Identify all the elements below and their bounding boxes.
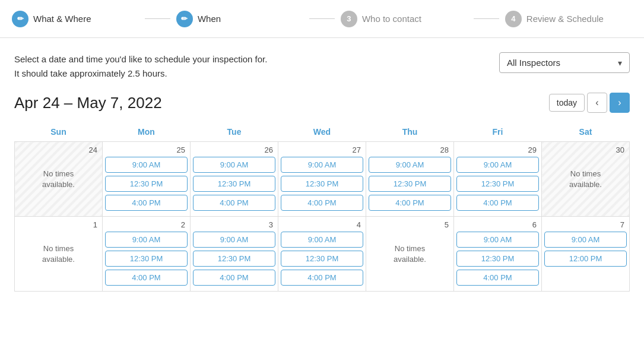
description-text: Select a date and time you'd like to sch… (14, 52, 267, 81)
time-btn-1-5-2[interactable]: 4:00 PM (456, 270, 539, 286)
calendar-cell-1-5: 69:00 AM12:30 PM4:00 PM (454, 217, 542, 292)
nav-controls: today ‹ › (549, 93, 630, 113)
chevron-down-icon: ▾ (618, 58, 622, 68)
inspector-select[interactable]: All Inspectors ▾ (499, 52, 630, 73)
step-icon-when: ✏ (176, 11, 193, 27)
time-btn-0-3-0[interactable]: 9:00 AM (281, 157, 363, 173)
time-btn-0-2-1[interactable]: 12:30 PM (193, 176, 275, 192)
step-icon-what-where: ✏ (12, 11, 28, 27)
col-sun: Sun (15, 122, 103, 142)
step-divider-3 (474, 18, 499, 19)
calendar: Sun Mon Tue Wed Thu Fri Sat 24No times a… (14, 122, 630, 292)
day-number-0-5: 29 (456, 144, 539, 157)
day-number-1-2: 3 (193, 219, 275, 232)
step-who-to-contact[interactable]: 3 Who to contact (341, 11, 468, 27)
time-btn-1-2-2[interactable]: 4:00 PM (193, 270, 275, 286)
calendar-cell-0-1: 259:00 AM12:30 PM4:00 PM (103, 142, 191, 217)
calendar-cell-1-1: 29:00 AM12:30 PM4:00 PM (103, 217, 191, 292)
time-btn-1-3-0[interactable]: 9:00 AM (281, 232, 363, 248)
day-number-0-0: 24 (17, 144, 100, 157)
time-btn-0-2-2[interactable]: 4:00 PM (193, 195, 275, 211)
calendar-week-1: 1No times available.29:00 AM12:30 PM4:00… (15, 217, 630, 292)
time-btn-1-2-1[interactable]: 12:30 PM (193, 251, 275, 267)
calendar-week-0: 24No times available.259:00 AM12:30 PM4:… (15, 142, 630, 217)
col-fri: Fri (454, 122, 542, 142)
step-label-review: Review & Schedule (526, 14, 604, 24)
step-icon-review: 4 (505, 11, 522, 27)
inspector-select-label: All Inspectors (507, 58, 560, 68)
time-btn-0-4-1[interactable]: 12:30 PM (369, 176, 451, 192)
date-range-title: Apr 24 – May 7, 2022 (14, 94, 162, 112)
step-what-where[interactable]: ✏ What & Where (12, 11, 139, 27)
col-sat: Sat (542, 122, 630, 142)
no-times-0-0: No times available. (17, 157, 100, 190)
today-button[interactable]: today (549, 94, 585, 112)
calendar-cell-1-3: 49:00 AM12:30 PM4:00 PM (278, 217, 366, 292)
day-number-1-5: 6 (456, 219, 539, 232)
time-btn-0-5-2[interactable]: 4:00 PM (456, 195, 539, 211)
day-number-1-3: 4 (281, 219, 363, 232)
main-content: Select a date and time you'd like to sch… (0, 38, 644, 292)
day-number-0-1: 25 (105, 144, 188, 157)
time-btn-0-4-0[interactable]: 9:00 AM (369, 157, 451, 173)
step-label-when: When (198, 14, 221, 24)
time-btn-0-3-1[interactable]: 12:30 PM (281, 176, 363, 192)
time-btn-1-3-2[interactable]: 4:00 PM (281, 270, 363, 286)
calendar-cell-0-5: 299:00 AM12:30 PM4:00 PM (454, 142, 542, 217)
calendar-cell-0-6: 30No times available. (542, 142, 630, 217)
day-number-1-6: 7 (544, 219, 627, 232)
time-btn-0-5-0[interactable]: 9:00 AM (456, 157, 539, 173)
calendar-cell-1-4: 5No times available. (366, 217, 454, 292)
col-wed: Wed (278, 122, 366, 142)
day-number-1-4: 5 (369, 219, 451, 232)
step-icon-who: 3 (341, 11, 357, 27)
stepper: ✏ What & Where ✏ When 3 Who to contact 4… (0, 0, 644, 38)
step-label-who: Who to contact (362, 14, 421, 24)
calendar-cell-0-0: 24No times available. (15, 142, 103, 217)
time-btn-0-3-2[interactable]: 4:00 PM (281, 195, 363, 211)
calendar-cell-1-6: 79:00 AM12:00 PM (542, 217, 630, 292)
calendar-cell-0-4: 289:00 AM12:30 PM4:00 PM (366, 142, 454, 217)
step-review-schedule[interactable]: 4 Review & Schedule (505, 11, 632, 27)
day-number-1-0: 1 (17, 219, 100, 232)
col-thu: Thu (366, 122, 454, 142)
description-line2: It should take approximately 2.5 hours. (14, 67, 267, 81)
step-when[interactable]: ✏ When (176, 11, 303, 27)
prev-button[interactable]: ‹ (587, 93, 607, 113)
time-btn-1-5-1[interactable]: 12:30 PM (456, 251, 539, 267)
time-btn-0-1-2[interactable]: 4:00 PM (105, 195, 188, 211)
step-label-what-where: What & Where (33, 14, 91, 24)
time-btn-1-1-0[interactable]: 9:00 AM (105, 232, 188, 248)
calendar-header-row: Sun Mon Tue Wed Thu Fri Sat (15, 122, 630, 142)
time-btn-1-3-1[interactable]: 12:30 PM (281, 251, 363, 267)
date-range-header: Apr 24 – May 7, 2022 today ‹ › (14, 93, 630, 113)
day-number-1-1: 2 (105, 219, 188, 232)
time-btn-0-4-2[interactable]: 4:00 PM (369, 195, 451, 211)
calendar-cell-0-2: 269:00 AM12:30 PM4:00 PM (191, 142, 278, 217)
col-mon: Mon (103, 122, 191, 142)
description-line1: Select a date and time you'd like to sch… (14, 52, 267, 67)
col-tue: Tue (191, 122, 278, 142)
time-btn-0-5-1[interactable]: 12:30 PM (456, 176, 539, 192)
calendar-cell-0-3: 279:00 AM12:30 PM4:00 PM (278, 142, 366, 217)
no-times-1-0: No times available. (17, 232, 100, 265)
day-number-0-4: 28 (369, 144, 451, 157)
next-button[interactable]: › (610, 93, 630, 113)
no-times-0-6: No times available. (544, 157, 627, 190)
time-btn-1-2-0[interactable]: 9:00 AM (193, 232, 275, 248)
calendar-cell-1-2: 39:00 AM12:30 PM4:00 PM (191, 217, 278, 292)
time-btn-1-1-2[interactable]: 4:00 PM (105, 270, 188, 286)
day-number-0-3: 27 (281, 144, 363, 157)
day-number-0-6: 30 (544, 144, 627, 157)
time-btn-1-5-0[interactable]: 9:00 AM (456, 232, 539, 248)
time-btn-0-2-0[interactable]: 9:00 AM (193, 157, 275, 173)
time-btn-1-6-1[interactable]: 12:00 PM (544, 251, 627, 267)
step-divider-1 (145, 18, 170, 19)
top-section: Select a date and time you'd like to sch… (14, 52, 630, 81)
no-times-1-4: No times available. (369, 232, 451, 265)
day-number-0-2: 26 (193, 144, 275, 157)
time-btn-0-1-1[interactable]: 12:30 PM (105, 176, 188, 192)
time-btn-1-6-0[interactable]: 9:00 AM (544, 232, 627, 248)
time-btn-1-1-1[interactable]: 12:30 PM (105, 251, 188, 267)
time-btn-0-1-0[interactable]: 9:00 AM (105, 157, 188, 173)
